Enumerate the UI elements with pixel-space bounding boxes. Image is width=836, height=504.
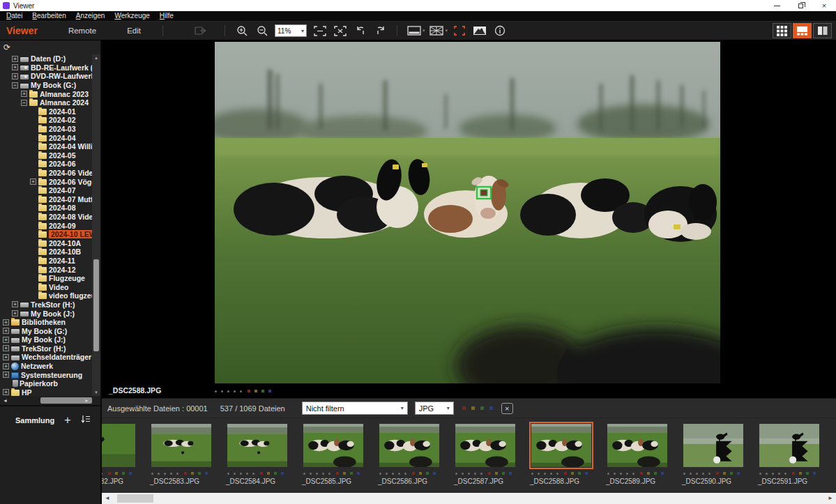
layout-view-icon[interactable]	[405, 24, 423, 38]
rating-dot[interactable]	[246, 473, 248, 475]
color-label-square[interactable]	[488, 472, 491, 475]
tab-viewer[interactable]: Viewer	[6, 25, 38, 36]
color-label-square[interactable]	[122, 472, 125, 475]
rating-dot[interactable]	[455, 473, 457, 475]
expand-icon[interactable]: +	[3, 337, 9, 343]
minimize-button[interactable]	[765, 0, 789, 11]
thumbnail-image[interactable]	[605, 422, 669, 469]
color-label-square[interactable]	[489, 406, 493, 410]
tree-item-2024-10-lew[interactable]: 2024-10 LEW	[0, 230, 92, 239]
color-label-square[interactable]	[260, 472, 263, 475]
thumbnail--dsc2582-jpg[interactable]: _DSC2582.JPG	[102, 422, 144, 493]
color-label-square[interactable]	[184, 472, 187, 475]
tree-item-2024-02[interactable]: 2024-02	[0, 116, 92, 125]
rating-dot[interactable]	[392, 473, 394, 475]
rating-dot[interactable]	[215, 390, 217, 392]
rating-dot[interactable]	[462, 473, 464, 475]
thumbnail--dsc2583-jpg[interactable]: _DSC2583.JPG	[144, 422, 220, 493]
color-label-square[interactable]	[350, 472, 353, 475]
tree-item-my-book-j-[interactable]: +My Book (J:)	[0, 309, 92, 318]
tree-item-2024-03[interactable]: 2024-03	[0, 125, 92, 134]
thumbnail-image[interactable]	[453, 422, 517, 469]
rating-dot[interactable]	[690, 473, 692, 475]
color-label-square[interactable]	[564, 472, 567, 475]
color-label-square[interactable]	[640, 472, 643, 475]
expand-icon[interactable]: +	[12, 310, 18, 316]
expand-icon[interactable]: +	[30, 178, 36, 185]
tree-item-trekstor-h-[interactable]: +TrekStor (H:)	[0, 344, 92, 353]
rating-dot[interactable]	[702, 473, 704, 475]
rating-dot[interactable]	[556, 473, 558, 475]
filmstrip-scrollbar[interactable]: ◄ ►	[102, 493, 836, 504]
tree-item-trekstor-h-[interactable]: +TrekStor (H:)	[0, 300, 92, 310]
tree-item-2024-10b[interactable]: 2024-10B	[0, 247, 92, 257]
thumbnail-image[interactable]	[149, 422, 213, 469]
sort-collection-button[interactable]	[81, 415, 91, 426]
rating-dot[interactable]	[772, 473, 774, 475]
rating-dot[interactable]	[176, 473, 178, 475]
scroll-left-icon[interactable]: ◄	[3, 396, 8, 405]
rating-dot[interactable]	[151, 473, 153, 475]
rating-dot[interactable]	[252, 473, 254, 475]
tree-item-2024-08[interactable]: 2024-08	[0, 204, 92, 213]
actual-size-icon[interactable]	[331, 24, 349, 38]
thumbnail-image[interactable]	[301, 422, 365, 469]
focus-point-icon[interactable]	[450, 24, 468, 38]
fit-to-screen-icon[interactable]	[311, 24, 328, 38]
color-label-square[interactable]	[281, 472, 284, 475]
color-label-square[interactable]	[730, 472, 733, 475]
color-label-square[interactable]	[108, 472, 111, 475]
tree-item-almanac-2023[interactable]: +Almanac 2023	[0, 89, 92, 98]
filter-dropdown[interactable]: Nicht filtern ▾	[302, 402, 408, 415]
rating-dot[interactable]	[164, 473, 166, 475]
rotate-left-icon[interactable]	[351, 24, 369, 38]
rating-dot[interactable]	[386, 473, 388, 475]
rating-dot[interactable]	[696, 473, 698, 475]
color-label-square[interactable]	[578, 472, 581, 475]
tree-item-wechseldatentr-ger-l-[interactable]: +Wechseldatenträger (L:)	[0, 353, 92, 362]
tree-item-2024-08-video[interactable]: 2024-08 Video	[0, 213, 92, 222]
thumbnail-image[interactable]	[529, 422, 593, 469]
color-label-square[interactable]	[654, 472, 657, 475]
color-label-square[interactable]	[254, 390, 257, 392]
thumbnail--dsc2591-jpg[interactable]: _DSC2591.JPG	[752, 422, 828, 493]
rating-dot[interactable]	[538, 473, 540, 475]
rating-dot[interactable]	[102, 473, 102, 475]
thumbnail--dsc2586-jpg[interactable]: _DSC2586.JPG	[372, 422, 448, 493]
menu-anzeigen[interactable]: Anzeigen	[71, 11, 110, 21]
tree-item-2024-01[interactable]: 2024-01	[0, 107, 92, 116]
rating-dot[interactable]	[614, 473, 616, 475]
export-icon[interactable]	[192, 24, 209, 38]
expand-icon[interactable]: +	[3, 372, 9, 378]
thumbnail--dsc2590-jpg[interactable]: _DSC2590.JPG	[676, 422, 752, 493]
tree-item-my-book-g-[interactable]: +My Book (G:)	[0, 326, 92, 335]
color-label-square[interactable]	[471, 406, 475, 410]
chevron-down-icon[interactable]: ▾	[423, 28, 425, 33]
scroll-down-icon[interactable]: ▼	[92, 390, 100, 395]
collapse-icon[interactable]: −	[12, 82, 18, 89]
color-label-square[interactable]	[813, 472, 816, 475]
rating-dot[interactable]	[234, 473, 236, 475]
thumbnail-image[interactable]	[681, 422, 745, 469]
thumbnail-image[interactable]	[225, 422, 289, 469]
color-label-square[interactable]	[661, 472, 664, 475]
rating-dot[interactable]	[398, 473, 400, 475]
rating-dot[interactable]	[158, 473, 160, 475]
rating-dot[interactable]	[759, 473, 761, 475]
rating-dot[interactable]	[240, 390, 242, 392]
tree-item-papierkorb[interactable]: Papierkorb	[0, 379, 92, 388]
format-dropdown[interactable]: JPG ▾	[415, 402, 454, 415]
rating-dot[interactable]	[234, 390, 236, 392]
rating-dot[interactable]	[620, 473, 622, 475]
filmstrip-view-button[interactable]	[793, 23, 812, 38]
color-label-square[interactable]	[509, 472, 512, 475]
thumbnail--dsc2587-jpg[interactable]: _DSC2587.JPG	[448, 422, 524, 493]
tree-item-2024-12[interactable]: 2024-12	[0, 265, 92, 274]
tree-item-2024-07[interactable]: 2024-07	[0, 186, 92, 195]
rating-dot[interactable]	[170, 473, 172, 475]
refresh-icon[interactable]: ⟳	[3, 43, 10, 52]
rating-dot[interactable]	[766, 473, 768, 475]
zoom-in-icon[interactable]	[233, 24, 250, 38]
thumbnail--dsc2584-jpg[interactable]: _DSC2584.JPG	[220, 422, 296, 493]
tree-item-systemsteuerung[interactable]: +Systemsteuerung	[0, 370, 92, 379]
